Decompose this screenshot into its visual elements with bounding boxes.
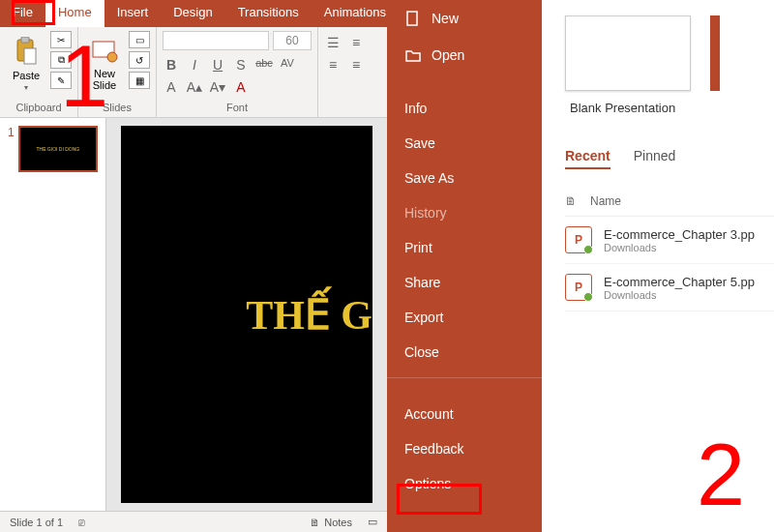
tab-design[interactable]: Design bbox=[161, 0, 224, 27]
open-icon bbox=[404, 46, 422, 64]
cut-button[interactable]: ✂ bbox=[50, 31, 72, 48]
file-menu-account[interactable]: Account bbox=[387, 397, 542, 431]
powerpoint-file-icon: P bbox=[565, 226, 592, 253]
blank-presentation-label: Blank Presentation bbox=[570, 101, 691, 115]
layout-icon: ▭ bbox=[135, 35, 144, 45]
tab-pinned[interactable]: Pinned bbox=[634, 144, 676, 169]
backstage-pane: New Open Info Save Save As History Print… bbox=[387, 0, 774, 532]
tab-file[interactable]: File bbox=[0, 0, 45, 27]
start-panel: Blank Presentation Recent Pinned 🗎 Name … bbox=[542, 0, 774, 532]
notes-button[interactable]: 🗎 Notes bbox=[310, 517, 352, 528]
ribbon-group-clipboard: Paste ▾ ✂ ⧉ ✎ Clipboard bbox=[0, 27, 78, 117]
tab-insert[interactable]: Insert bbox=[104, 0, 162, 27]
file-menu-save[interactable]: Save bbox=[387, 126, 542, 161]
editor-pane: File Home Insert Design Transitions Anim… bbox=[0, 0, 387, 532]
slide-title-text[interactable]: THẾ G bbox=[246, 291, 372, 339]
shadow-button[interactable]: S bbox=[232, 57, 250, 73]
template-strip[interactable] bbox=[710, 15, 720, 91]
font-family-input[interactable] bbox=[163, 31, 269, 50]
thumb-number: 1 bbox=[8, 126, 15, 172]
ribbon: Paste ▾ ✂ ⧉ ✎ Clipboard New Slide bbox=[0, 27, 387, 118]
file-menu-options[interactable]: Options bbox=[387, 466, 542, 501]
clear-format-button[interactable]: A bbox=[163, 79, 180, 95]
file-name: E-commerce_Chapter 3.pp bbox=[604, 227, 755, 242]
tab-home[interactable]: Home bbox=[45, 0, 104, 27]
tab-transitions[interactable]: Transitions bbox=[225, 0, 312, 27]
file-menu-new[interactable]: New bbox=[387, 0, 542, 37]
bold-button[interactable]: B bbox=[163, 57, 180, 73]
file-menu-info[interactable]: Info bbox=[387, 91, 542, 126]
bullets-button[interactable]: ☰ bbox=[324, 35, 342, 50]
tab-recent[interactable]: Recent bbox=[565, 144, 610, 169]
new-slide-button[interactable]: New Slide bbox=[84, 31, 125, 95]
char-spacing-button[interactable]: AV bbox=[279, 57, 296, 73]
font-label: Font bbox=[163, 100, 312, 115]
new-icon bbox=[404, 10, 422, 27]
svg-rect-5 bbox=[407, 12, 417, 25]
slide-counter: Slide 1 of 1 bbox=[10, 517, 63, 528]
table-header: 🗎 Name bbox=[565, 187, 774, 217]
svg-rect-2 bbox=[24, 48, 36, 64]
notes-icon: 🗎 bbox=[310, 517, 320, 528]
slide-thumbnail[interactable]: THE GIOI DI DONG bbox=[18, 126, 98, 172]
section-icon: ▦ bbox=[135, 75, 144, 86]
file-menu-open-label: Open bbox=[432, 47, 464, 63]
chevron-down-icon: ▾ bbox=[24, 83, 28, 92]
increase-font-button[interactable]: A▴ bbox=[186, 79, 203, 95]
new-slide-icon bbox=[90, 34, 119, 67]
numbering-button[interactable]: ≡ bbox=[347, 35, 365, 50]
copy-button[interactable]: ⧉ bbox=[50, 51, 72, 69]
file-menu-open[interactable]: Open bbox=[387, 37, 542, 74]
file-menu-save-as[interactable]: Save As bbox=[387, 161, 542, 195]
file-location: Downloads bbox=[604, 242, 755, 253]
file-menu-feedback[interactable]: Feedback bbox=[387, 431, 542, 466]
start-tabs: Recent Pinned bbox=[565, 144, 774, 169]
blank-presentation-thumb[interactable] bbox=[565, 15, 691, 91]
decrease-font-button[interactable]: A▾ bbox=[209, 79, 226, 95]
font-color-button[interactable]: A bbox=[232, 79, 250, 95]
layout-button[interactable]: ▭ bbox=[129, 31, 150, 48]
cut-icon: ✂ bbox=[57, 35, 65, 45]
align-left-button[interactable]: ≡ bbox=[324, 57, 342, 73]
ribbon-group-slides: New Slide ▭ ↺ ▦ Slides bbox=[78, 27, 157, 117]
ribbon-group-font: B I U S abc AV A A▴ A▾ A Font bbox=[157, 27, 318, 117]
paste-button[interactable]: Paste ▾ bbox=[6, 31, 46, 95]
file-menu-export[interactable]: Export bbox=[387, 300, 542, 335]
file-menu: New Open Info Save Save As History Print… bbox=[387, 0, 542, 532]
new-slide-label: New Slide bbox=[93, 69, 116, 91]
slide[interactable]: THẾ G bbox=[121, 126, 372, 503]
accessibility-icon[interactable]: ⎚ bbox=[78, 517, 85, 528]
file-location: Downloads bbox=[604, 289, 755, 301]
doc-header-icon: 🗎 bbox=[565, 194, 579, 208]
file-menu-print[interactable]: Print bbox=[387, 230, 542, 265]
table-row[interactable]: P E-commerce_Chapter 3.pp Downloads bbox=[565, 217, 774, 264]
file-name: E-commerce_Chapter 5.pp bbox=[604, 275, 755, 289]
thumb-title-text: THE GIOI DI DONG bbox=[36, 146, 79, 152]
reset-button[interactable]: ↺ bbox=[129, 51, 150, 69]
italic-button[interactable]: I bbox=[186, 57, 203, 73]
slide-canvas[interactable]: THẾ G bbox=[106, 118, 387, 511]
ribbon-tabbar: File Home Insert Design Transitions Anim… bbox=[0, 0, 387, 27]
strike-button[interactable]: abc bbox=[255, 57, 273, 73]
brush-icon: ✎ bbox=[57, 75, 65, 86]
table-row[interactable]: P E-commerce_Chapter 5.pp Downloads bbox=[565, 264, 774, 311]
file-menu-close[interactable]: Close bbox=[387, 335, 542, 369]
paste-label: Paste bbox=[13, 70, 40, 81]
powerpoint-file-icon: P bbox=[565, 274, 592, 301]
status-bar: Slide 1 of 1 ⎚ 🗎 Notes ▭ bbox=[0, 511, 387, 532]
section-button[interactable]: ▦ bbox=[129, 72, 150, 89]
tab-animations[interactable]: Animations bbox=[312, 0, 399, 27]
font-size-input[interactable] bbox=[273, 31, 312, 50]
file-menu-share[interactable]: Share bbox=[387, 265, 542, 300]
align-center-button[interactable]: ≡ bbox=[347, 57, 365, 73]
underline-button[interactable]: U bbox=[209, 57, 226, 73]
file-menu-new-label: New bbox=[432, 11, 459, 26]
slides-label: Slides bbox=[84, 100, 150, 115]
recent-files-table: 🗎 Name P E-commerce_Chapter 3.pp Downloa… bbox=[565, 187, 774, 311]
view-normal-button[interactable]: ▭ bbox=[368, 516, 377, 528]
format-painter-button[interactable]: ✎ bbox=[50, 72, 72, 89]
notes-label: Notes bbox=[324, 517, 352, 528]
col-name: Name bbox=[590, 194, 621, 208]
slide-thumbnail-panel: 1 THE GIOI DI DONG bbox=[0, 118, 106, 511]
reset-icon: ↺ bbox=[135, 55, 143, 66]
